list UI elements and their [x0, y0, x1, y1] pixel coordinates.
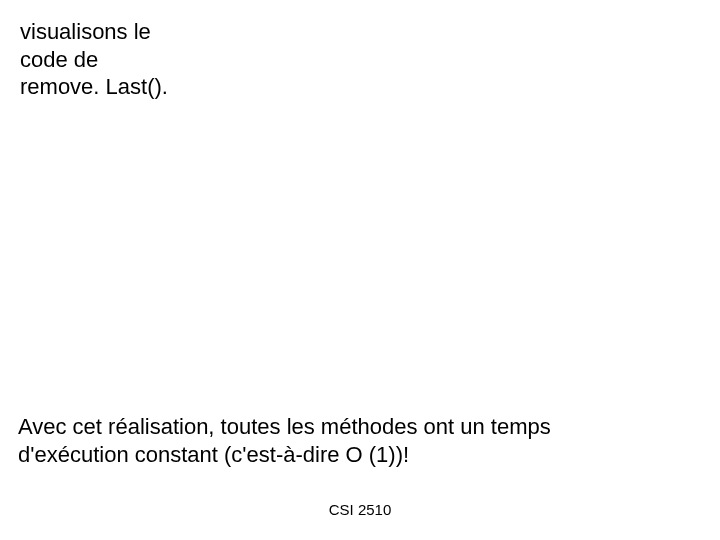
top-line-1: visualisons le: [20, 18, 168, 46]
top-line-2: code de: [20, 46, 168, 74]
top-paragraph: visualisons le code de remove. Last().: [20, 18, 168, 101]
top-line-3: remove. Last().: [20, 73, 168, 101]
bottom-line-1: Avec cet réalisation, toutes les méthode…: [18, 413, 702, 442]
footer-course-code: CSI 2510: [0, 501, 720, 518]
bottom-paragraph: Avec cet réalisation, toutes les méthode…: [18, 413, 702, 470]
bottom-line-2: d'exécution constant (c'est-à-dire O (1)…: [18, 441, 702, 470]
slide: visualisons le code de remove. Last(). A…: [0, 0, 720, 540]
